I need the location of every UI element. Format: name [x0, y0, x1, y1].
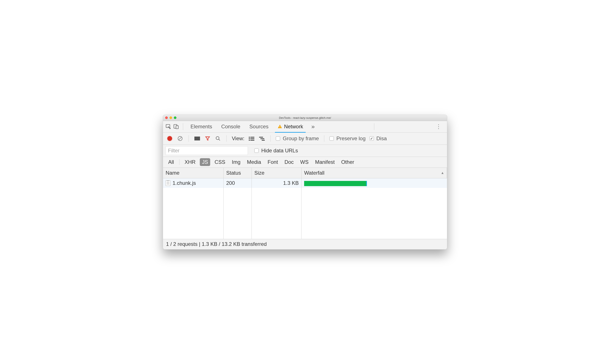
tab-label: Sources	[249, 124, 268, 130]
request-size: 1.3 KB	[283, 180, 299, 186]
checkbox-label: Disa	[376, 135, 387, 142]
table-row[interactable]	[301, 178, 447, 188]
tab-elements[interactable]: Elements	[187, 121, 216, 132]
group-by-frame-checkbox[interactable]: Group by frame	[276, 135, 319, 142]
filter-js[interactable]: JS	[200, 158, 210, 166]
tab-sources[interactable]: Sources	[246, 121, 272, 132]
column-label: Name	[166, 170, 180, 176]
checkbox-label: Hide data URLs	[261, 148, 298, 154]
svg-rect-0	[166, 124, 170, 128]
view-label: View:	[232, 135, 244, 142]
column-header-status[interactable]: Status	[224, 168, 252, 178]
filter-all[interactable]: All	[166, 158, 176, 166]
svg-rect-15	[249, 140, 250, 141]
svg-rect-3	[280, 126, 280, 127]
inspect-element-icon[interactable]	[165, 123, 172, 130]
column-label: Size	[254, 170, 264, 176]
filter-ws[interactable]: WS	[298, 158, 311, 166]
checkbox-icon	[369, 136, 374, 141]
checkbox-icon	[329, 136, 334, 141]
panel-tabs: Elements Console Sources Network » ⋮	[163, 121, 447, 133]
filter-bar: Hide data URLs	[163, 145, 447, 157]
request-table: Name Status Size Waterfall ▲ 1.chunk.js …	[163, 168, 447, 239]
separator	[374, 123, 374, 130]
record-icon	[167, 136, 172, 141]
filter-font[interactable]: Font	[265, 158, 280, 166]
capture-screenshots-icon[interactable]	[194, 135, 200, 142]
request-name: 1.chunk.js	[172, 180, 196, 186]
svg-rect-2	[176, 126, 178, 129]
script-file-icon	[166, 180, 170, 186]
column-label: Waterfall	[304, 170, 324, 176]
svg-rect-12	[250, 137, 254, 138]
waterfall-view-icon[interactable]	[259, 135, 265, 142]
column-header-size[interactable]: Size	[252, 168, 301, 178]
svg-rect-13	[249, 138, 250, 139]
table-row[interactable]: 1.3 KB	[252, 178, 301, 188]
separator	[179, 159, 180, 165]
svg-line-10	[219, 139, 220, 141]
type-filter-bar: All XHR JS CSS Img Media Font Doc WS Man…	[163, 157, 447, 168]
svg-rect-4	[280, 128, 280, 128]
settings-menu-icon[interactable]: ⋮	[433, 123, 445, 130]
more-tabs-icon[interactable]: »	[308, 123, 318, 130]
tab-label: Console	[221, 124, 240, 130]
window-title: DevTools - react-lazy-suspense.glitch.me…	[163, 116, 447, 119]
filter-media[interactable]: Media	[245, 158, 263, 166]
checkbox-icon	[276, 136, 280, 141]
filter-doc[interactable]: Doc	[282, 158, 296, 166]
warning-icon	[277, 124, 282, 129]
svg-rect-19	[262, 140, 265, 141]
separator	[226, 135, 227, 142]
toggle-device-icon[interactable]	[173, 123, 180, 130]
status-text: 1 / 2 requests | 1.3 KB / 13.2 KB transf…	[166, 241, 267, 247]
titlebar: DevTools - react-lazy-suspense.glitch.me…	[163, 115, 447, 121]
checkbox-icon	[254, 148, 259, 153]
svg-rect-14	[250, 138, 254, 139]
clear-button[interactable]	[177, 135, 183, 142]
filter-other[interactable]: Other	[339, 158, 356, 166]
separator	[270, 135, 271, 142]
separator	[324, 135, 324, 142]
preserve-log-checkbox[interactable]: Preserve log	[329, 135, 366, 142]
column-name-cells: 1.chunk.js	[163, 178, 224, 239]
filter-manifest[interactable]: Manifest	[313, 158, 337, 166]
svg-rect-18	[260, 138, 264, 139]
filter-icon[interactable]	[204, 135, 211, 142]
sort-asc-icon: ▲	[441, 171, 444, 175]
column-header-name[interactable]: Name	[163, 168, 224, 178]
filter-css[interactable]: CSS	[212, 158, 227, 166]
disable-cache-checkbox[interactable]: Disa	[369, 135, 387, 142]
table-row[interactable]: 200	[224, 178, 252, 188]
hide-data-urls-checkbox[interactable]: Hide data URLs	[254, 148, 298, 154]
tab-label: Elements	[191, 124, 212, 130]
waterfall-bar	[304, 181, 367, 186]
filter-img[interactable]: Img	[230, 158, 243, 166]
status-bar: 1 / 2 requests | 1.3 KB / 13.2 KB transf…	[163, 239, 447, 249]
column-label: Status	[226, 170, 241, 176]
table-row[interactable]: 1.chunk.js	[163, 178, 223, 188]
tab-network[interactable]: Network	[274, 121, 307, 132]
svg-line-6	[179, 137, 182, 140]
large-rows-icon[interactable]	[248, 135, 255, 142]
column-size-cells: 1.3 KB	[252, 178, 301, 239]
record-button[interactable]	[167, 135, 173, 142]
column-header-waterfall[interactable]: Waterfall ▲	[301, 168, 447, 178]
filter-xhr[interactable]: XHR	[182, 158, 198, 166]
tab-console[interactable]: Console	[217, 121, 244, 132]
column-status-cells: 200	[224, 178, 252, 239]
network-toolbar: View: Group by frame Preserve log Disa	[163, 133, 447, 145]
search-icon[interactable]	[215, 135, 221, 142]
request-status: 200	[226, 180, 235, 186]
svg-rect-17	[259, 137, 263, 138]
checkbox-label: Group by frame	[283, 135, 319, 142]
svg-point-9	[216, 137, 219, 140]
svg-rect-16	[250, 140, 254, 141]
tab-label: Network	[284, 124, 303, 130]
devtools-window: DevTools - react-lazy-suspense.glitch.me…	[163, 115, 447, 249]
checkbox-label: Preserve log	[336, 135, 366, 142]
filter-input[interactable]	[166, 146, 248, 155]
separator	[183, 123, 183, 130]
separator	[189, 135, 189, 142]
svg-rect-11	[249, 137, 250, 138]
